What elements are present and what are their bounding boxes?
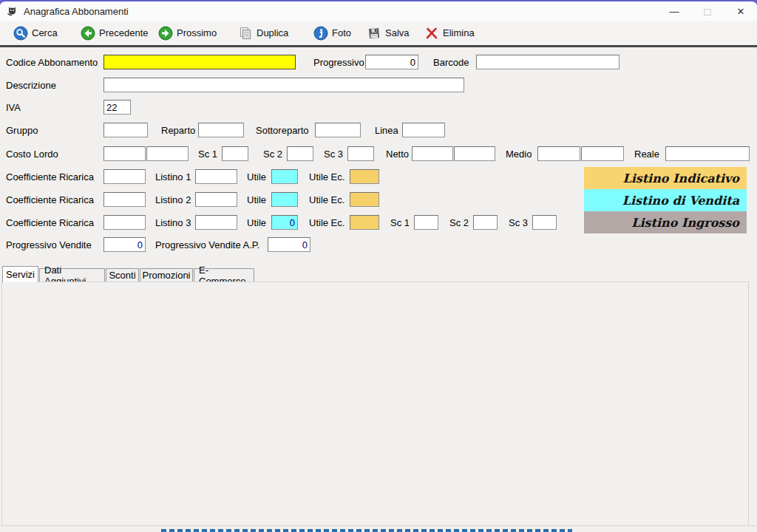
coefficiente-ricarica-input-3[interactable]: [103, 215, 146, 230]
sc3-input[interactable]: [347, 146, 374, 161]
listino3-sc2-input[interactable]: [473, 215, 498, 230]
sc1-label: Sc 1: [198, 149, 217, 160]
foto-button[interactable]: Foto: [309, 23, 356, 43]
coefficiente-ricarica-label-2: Coefficiente Ricarica: [6, 194, 94, 205]
duplica-label: Duplica: [257, 27, 288, 38]
duplica-button[interactable]: Duplica: [234, 23, 293, 43]
sottoreparto-input[interactable]: [315, 123, 361, 137]
barcode-input[interactable]: [476, 55, 619, 69]
utile-ec1-label: Utile Ec.: [309, 171, 344, 183]
utile3-input[interactable]: [271, 215, 298, 230]
descrizione-input[interactable]: [103, 78, 464, 92]
utile1-input[interactable]: [271, 169, 298, 184]
listino3-sc2-label: Sc 2: [449, 217, 469, 228]
listino3-input[interactable]: [195, 215, 237, 230]
maximize-button[interactable]: □: [695, 1, 720, 21]
minimize-button[interactable]: —: [662, 1, 687, 21]
prossimo-button[interactable]: Prossimo: [154, 23, 221, 43]
sottoreparto-label: Sottoreparto: [256, 125, 309, 136]
elimina-button[interactable]: Elimina: [420, 23, 479, 43]
progressivo-label: Progressivo: [313, 57, 364, 68]
listino-di-vendita-banner: Listino di Vendita: [584, 189, 747, 211]
tab-e-commerce[interactable]: E-Commerce: [194, 268, 254, 282]
utile2-label: Utile: [247, 194, 266, 205]
clipped-footer-text: [161, 529, 572, 532]
listino1-input[interactable]: [195, 169, 237, 184]
listino-indicativo-banner-label: Listino Indicativo: [622, 171, 739, 185]
listino-ingrosso-banner-label: Listino Ingrosso: [631, 216, 739, 230]
utile2-input[interactable]: [271, 192, 298, 207]
reale-input[interactable]: [665, 146, 750, 161]
progressivo-vendite-ap-input[interactable]: [268, 237, 310, 252]
medio-input-1[interactable]: [537, 146, 580, 161]
medio-label: Medio: [506, 149, 532, 160]
prossimo-label: Prossimo: [177, 27, 217, 38]
sc2-input[interactable]: [287, 146, 313, 161]
gruppo-input[interactable]: [103, 123, 148, 137]
netto-input-2[interactable]: [454, 146, 495, 161]
salva-label: Salva: [385, 27, 410, 38]
tab-sconti-label: Sconti: [109, 270, 135, 281]
foto-label: Foto: [332, 27, 351, 38]
codice-abbonamento-input[interactable]: [103, 55, 296, 69]
precedente-button[interactable]: Precedente: [76, 23, 153, 43]
progressivo-vendite-input[interactable]: [103, 237, 146, 252]
utile-ec3-input[interactable]: [350, 215, 379, 230]
tab-sconti[interactable]: Sconti: [106, 268, 139, 282]
cerca-button[interactable]: Cerca: [9, 23, 62, 43]
linea-label: Linea: [375, 125, 398, 136]
sc1-input[interactable]: [222, 146, 248, 161]
costo-lordo-label: Costo Lordo: [6, 149, 58, 160]
listino2-input[interactable]: [195, 192, 237, 207]
iva-input[interactable]: [103, 100, 131, 115]
save-icon: [367, 26, 381, 41]
coefficiente-ricarica-label-1: Coefficiente Ricarica: [6, 171, 94, 183]
tab-promozioni-label: Promozioni: [142, 270, 190, 281]
listino-di-vendita-banner-label: Listino di Vendita: [622, 194, 739, 208]
descrizione-label: Descrizione: [6, 80, 56, 91]
utile-ec2-input[interactable]: [350, 192, 379, 207]
costo-lordo-input-2[interactable]: [146, 146, 189, 161]
toolbar-separator: [0, 45, 757, 47]
tab-dati-aggiuntivi[interactable]: Dati Aggiuntivi: [39, 268, 105, 282]
listino3-sc3-input[interactable]: [532, 215, 557, 230]
gruppo-label: Gruppo: [6, 125, 38, 136]
arrow-right-icon: [158, 26, 173, 41]
tab-servizi[interactable]: Servizi: [2, 266, 38, 282]
netto-label: Netto: [386, 149, 409, 160]
netto-input-1[interactable]: [412, 146, 453, 161]
costo-lordo-input-1[interactable]: [103, 146, 146, 161]
progressivo-input[interactable]: [365, 55, 418, 69]
progressivo-vendite-label: Progressivo Vendite: [6, 239, 92, 250]
precedente-label: Precedente: [99, 27, 149, 38]
utile-ec1-input[interactable]: [350, 169, 379, 184]
listino-indicativo-banner: Listino Indicativo: [584, 167, 747, 189]
iva-label: IVA: [6, 102, 21, 113]
arrow-left-icon: [81, 26, 95, 41]
app-logo-icon: [6, 4, 18, 17]
tab-promozioni[interactable]: Promozioni: [140, 268, 193, 282]
coefficiente-ricarica-input-1[interactable]: [103, 169, 146, 184]
reparto-input[interactable]: [198, 123, 244, 137]
sc3-label: Sc 3: [324, 149, 343, 160]
listino3-sc1-input[interactable]: [414, 215, 438, 230]
copy-icon: [238, 26, 253, 41]
reale-label: Reale: [634, 149, 659, 160]
title-bar: Anagrafica Abbonamenti — □ ✕: [0, 1, 757, 21]
close-button[interactable]: ✕: [728, 1, 753, 21]
medio-input-2[interactable]: [581, 146, 624, 161]
coefficiente-ricarica-input-2[interactable]: [103, 192, 146, 207]
listino3-sc3-label: Sc 3: [509, 217, 528, 228]
linea-input[interactable]: [402, 123, 445, 137]
info-icon: [313, 26, 328, 41]
window-title: Anagrafica Abbonamenti: [24, 6, 129, 17]
sc2-label: Sc 2: [263, 149, 282, 160]
salva-button[interactable]: Salva: [362, 23, 414, 43]
cerca-label: Cerca: [32, 27, 58, 38]
toolbar: Cerca Precedente Prossimo: [0, 21, 757, 45]
tab-servizi-label: Servizi: [6, 269, 35, 280]
utile3-label: Utile: [247, 217, 266, 228]
utile-ec3-label: Utile Ec.: [309, 217, 344, 228]
app-window: Anagrafica Abbonamenti — □ ✕ Cerca: [0, 0, 757, 532]
listino1-label: Listino 1: [155, 171, 191, 183]
